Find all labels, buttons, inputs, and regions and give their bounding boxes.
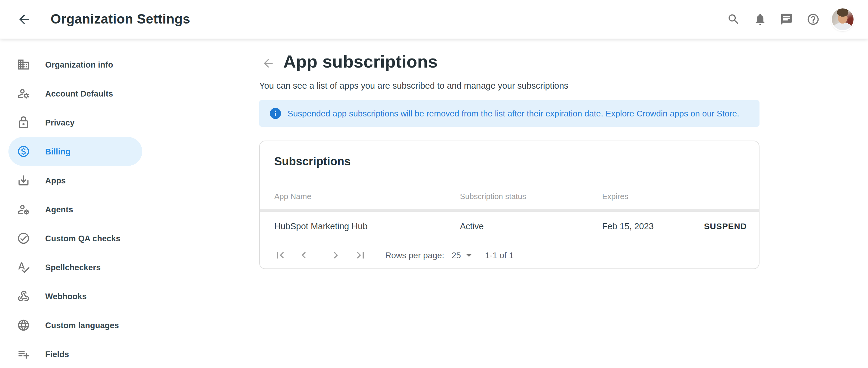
next-page-icon[interactable] — [329, 249, 342, 262]
column-header-app-name: App Name — [274, 192, 311, 201]
card-title: Subscriptions — [260, 141, 759, 168]
building-icon — [17, 58, 30, 71]
sidebar-item-label: Agents — [45, 205, 73, 214]
settings-sidebar: Organization info Account Defaults Priva… — [0, 38, 253, 368]
pagination-range-text: 1-1 of 1 — [485, 250, 514, 260]
last-page-icon[interactable] — [354, 249, 367, 262]
main-content: App subscriptions You can see a list of … — [259, 38, 760, 269]
sidebar-item-agents[interactable]: Agents — [8, 195, 142, 224]
chat-icon[interactable] — [780, 13, 793, 26]
sidebar-item-label: Billing — [45, 147, 70, 156]
chevron-down-icon — [462, 249, 475, 262]
info-banner: Suspended app subscriptions will be remo… — [259, 100, 760, 127]
table-header-row: App Name Subscription status Expires — [260, 192, 759, 201]
table-header-divider — [260, 209, 759, 212]
sidebar-item-label: Custom languages — [45, 321, 119, 330]
dollar-circle-icon — [17, 145, 30, 158]
spellcheck-icon — [17, 261, 30, 274]
check-circle-icon — [17, 232, 30, 245]
sidebar-item-label: Webhooks — [45, 292, 87, 301]
info-banner-text[interactable]: Suspended app subscriptions will be remo… — [287, 109, 739, 118]
rows-per-page-select[interactable]: 25 — [452, 249, 475, 262]
sidebar-item-custom-qa-checks[interactable]: Custom QA checks — [8, 224, 142, 253]
sidebar-item-label: Privacy — [45, 118, 75, 127]
sidebar-item-billing[interactable]: Billing — [8, 137, 142, 166]
lock-icon — [17, 116, 30, 129]
section-subtitle: You can see a list of apps you are subsc… — [259, 81, 760, 90]
agent-cube-icon — [17, 203, 30, 216]
sidebar-item-apps[interactable]: Apps — [8, 166, 142, 195]
notifications-bell-icon[interactable] — [753, 13, 767, 26]
cell-expires: Feb 15, 2023 — [602, 212, 654, 241]
cell-app-name: HubSpot Marketing Hub — [274, 212, 368, 241]
section-back-arrow-icon[interactable] — [261, 57, 275, 70]
sidebar-item-privacy[interactable]: Privacy — [8, 108, 142, 137]
globe-icon — [17, 318, 30, 332]
help-icon[interactable] — [807, 13, 820, 26]
webhook-icon — [17, 289, 30, 303]
sidebar-item-label: Apps — [45, 176, 66, 185]
search-icon[interactable] — [727, 13, 740, 26]
sidebar-item-label: Account Defaults — [45, 89, 113, 98]
suspend-button[interactable]: SUSPEND — [704, 212, 747, 241]
sidebar-item-label: Custom QA checks — [45, 234, 121, 243]
account-settings-icon — [17, 87, 30, 100]
sidebar-item-webhooks[interactable]: Webhooks — [8, 282, 142, 311]
sidebar-item-label: Organization info — [45, 60, 113, 69]
download-icon — [17, 174, 30, 187]
column-header-expires: Expires — [602, 192, 628, 201]
pagination-bar: Rows per page: 25 1-1 of 1 — [260, 241, 759, 269]
rows-per-page-label: Rows per page: — [385, 250, 444, 260]
playlist-add-icon — [17, 347, 30, 361]
app-bar: Organization Settings — [0, 0, 868, 38]
previous-page-icon[interactable] — [297, 249, 310, 262]
screen: Organization Settings Organization info — [0, 0, 868, 368]
sidebar-item-account-defaults[interactable]: Account Defaults — [8, 79, 142, 108]
user-avatar[interactable] — [832, 8, 854, 30]
sidebar-item-spellcheckers[interactable]: Spellcheckers — [8, 253, 142, 282]
sidebar-item-custom-languages[interactable]: Custom languages — [8, 311, 142, 340]
rows-per-page-value: 25 — [452, 250, 461, 260]
table-row: HubSpot Marketing Hub Active Feb 15, 202… — [260, 212, 759, 241]
subscriptions-card: Subscriptions App Name Subscription stat… — [259, 141, 760, 269]
section-title: App subscriptions — [259, 38, 760, 72]
back-arrow-icon[interactable] — [17, 12, 31, 27]
sidebar-item-organization-info[interactable]: Organization info — [8, 50, 142, 79]
sidebar-item-fields[interactable]: Fields — [8, 340, 142, 368]
column-header-subscription-status: Subscription status — [460, 192, 526, 201]
first-page-icon[interactable] — [274, 249, 287, 262]
sidebar-item-label: Fields — [45, 349, 69, 359]
app-bar-actions — [727, 8, 854, 30]
info-icon — [269, 107, 282, 120]
page-title: Organization Settings — [51, 11, 190, 27]
cell-subscription-status: Active — [460, 212, 484, 241]
sidebar-item-label: Spellcheckers — [45, 263, 101, 272]
viewport: Organization Settings Organization info — [0, 0, 868, 368]
